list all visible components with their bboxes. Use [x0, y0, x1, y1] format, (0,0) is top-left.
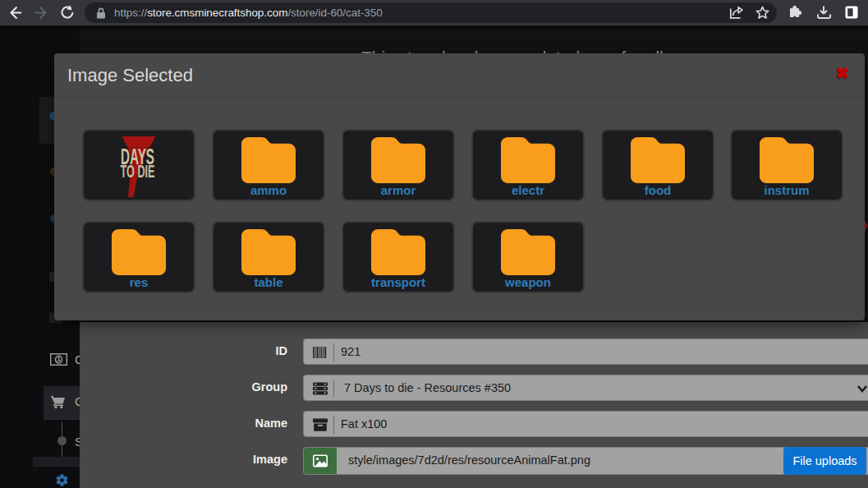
svg-text:TO DIE: TO DIE [121, 162, 155, 182]
svg-text:1: 1 [57, 355, 61, 363]
